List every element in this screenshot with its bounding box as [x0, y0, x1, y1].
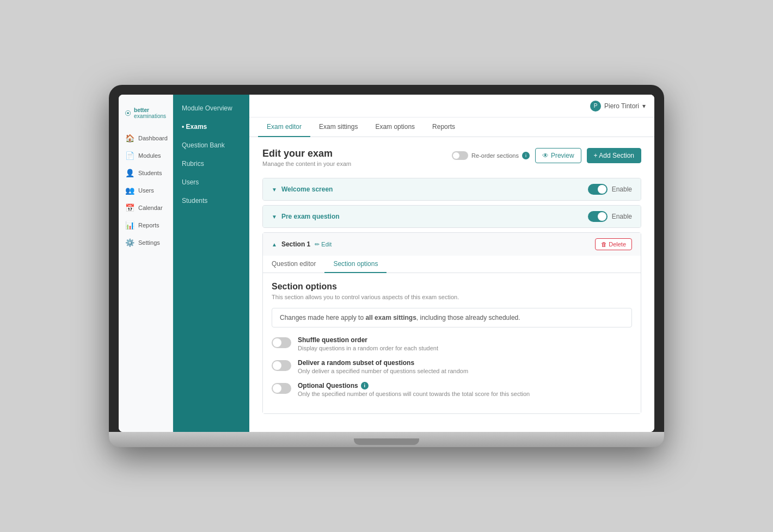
middle-nav-students[interactable]: Students: [173, 191, 249, 210]
users-icon: 👥: [125, 186, 134, 195]
reorder-toggle-label: Re-order sections i: [452, 151, 530, 160]
sidebar-item-students[interactable]: 👤 Students: [119, 164, 173, 182]
section-options-desc: This section allows you to control vario…: [272, 294, 632, 300]
reorder-info-icon: i: [522, 152, 530, 159]
preview-icon: 👁: [542, 152, 549, 159]
app-container: better examinations 🏠 Dashboard 📄 Module…: [119, 95, 654, 432]
reorder-label-text: Re-order sections: [471, 152, 519, 159]
banner-bold-text: all exam sittings: [365, 314, 416, 321]
middle-nav-rubrics[interactable]: Rubrics: [173, 154, 249, 173]
page-header: Edit your exam Manage the content in you…: [262, 148, 641, 167]
shuffle-option-desc: Display questions in a random order for …: [298, 345, 438, 351]
middle-nav-exams[interactable]: Exams: [173, 117, 249, 136]
middle-nav-users[interactable]: Users: [173, 173, 249, 191]
reorder-toggle[interactable]: [452, 151, 468, 160]
random-subset-option: Deliver a random subset of questions Onl…: [272, 359, 632, 374]
welcome-screen-toggle[interactable]: [588, 184, 608, 195]
users-label: Users: [138, 187, 154, 194]
banner-text-after: , including those already scheduled.: [416, 314, 520, 321]
pre-exam-toggle[interactable]: [588, 211, 608, 222]
shuffle-option: Shuffle question order Display questions…: [272, 336, 632, 351]
welcome-enable-label: Enable: [612, 185, 632, 193]
dashboard-label: Dashboard: [138, 135, 168, 141]
section1-name: Section 1: [281, 240, 310, 248]
sidebar-item-modules[interactable]: 📄 Modules: [119, 147, 173, 164]
welcome-screen-title: Welcome screen: [281, 185, 333, 193]
brand-examinations: examinations: [134, 113, 166, 119]
section1-edit-link[interactable]: ✏ Edit: [315, 241, 332, 248]
optional-questions-option: Optional Questions i Only the specified …: [272, 382, 632, 397]
modules-label: Modules: [138, 152, 161, 159]
section1-delete-button[interactable]: 🗑 Delete: [595, 238, 632, 250]
calendar-label: Calendar: [138, 205, 163, 211]
banner-text-before: Changes made here apply to: [280, 314, 365, 321]
add-section-label: + Add Section: [594, 152, 634, 159]
user-dropdown-icon: ▾: [642, 102, 646, 110]
laptop-base: [109, 432, 664, 447]
optional-questions-option-title: Optional Questions i: [298, 382, 530, 389]
dashboard-icon: 🏠: [125, 134, 134, 143]
screen: better examinations 🏠 Dashboard 📄 Module…: [119, 95, 654, 432]
page-title: Edit your exam: [262, 148, 351, 159]
tab-question-editor[interactable]: Question editor: [263, 256, 324, 273]
optional-questions-toggle[interactable]: [272, 383, 291, 394]
welcome-screen-header[interactable]: ▼ Welcome screen Enable: [263, 178, 641, 200]
sidebar-item-settings[interactable]: ⚙️ Settings: [119, 234, 173, 251]
pre-exam-chevron-icon: ▼: [272, 214, 277, 220]
brand-logo: better examinations: [119, 101, 173, 129]
sidebar-left: better examinations 🏠 Dashboard 📄 Module…: [119, 95, 173, 432]
tab-reports[interactable]: Reports: [424, 117, 464, 137]
add-section-button[interactable]: + Add Section: [587, 148, 641, 163]
settings-label: Settings: [138, 239, 160, 246]
middle-nav-module-overview[interactable]: Module Overview: [173, 99, 249, 117]
optional-questions-info-icon: i: [361, 382, 369, 389]
section1-accordion: ▲ Section 1 ✏ Edit 🗑 Delete Question edi…: [262, 232, 641, 414]
sidebar-item-dashboard[interactable]: 🏠 Dashboard: [119, 129, 173, 147]
welcome-chevron-icon: ▼: [272, 187, 277, 193]
shuffle-toggle[interactable]: [272, 337, 291, 348]
brand-better: better: [134, 107, 166, 113]
middle-nav-question-bank[interactable]: Question Bank: [173, 136, 249, 154]
sidebar-item-users[interactable]: 👥 Users: [119, 182, 173, 199]
sidebar-item-calendar[interactable]: 📅 Calendar: [119, 199, 173, 216]
welcome-screen-accordion: ▼ Welcome screen Enable: [262, 178, 641, 201]
user-menu[interactable]: P Piero Tintori ▾: [590, 101, 646, 112]
brand-icon: [125, 106, 131, 121]
students-label: Students: [138, 170, 162, 176]
pre-exam-title: Pre exam question: [281, 213, 340, 220]
content-area: Edit your exam Manage the content in you…: [249, 137, 654, 432]
top-bar: P Piero Tintori ▾: [249, 95, 654, 117]
reports-icon: 📊: [125, 221, 134, 230]
random-subset-toggle[interactable]: [272, 360, 291, 371]
laptop-frame: better examinations 🏠 Dashboard 📄 Module…: [109, 85, 664, 447]
reports-label: Reports: [138, 222, 159, 228]
pre-exam-header[interactable]: ▼ Pre exam question Enable: [263, 206, 641, 227]
tab-exam-options[interactable]: Exam options: [366, 117, 424, 137]
section1-chevron-icon[interactable]: ▲: [272, 242, 277, 248]
laptop-notch: [354, 438, 419, 445]
tab-exam-editor[interactable]: Exam editor: [258, 117, 310, 137]
optional-questions-option-desc: Only the specified number of questions w…: [298, 391, 530, 397]
random-subset-option-title: Deliver a random subset of questions: [298, 359, 468, 367]
preview-label: Preview: [551, 152, 574, 159]
user-avatar: P: [590, 101, 601, 112]
settings-icon: ⚙️: [125, 238, 134, 247]
tab-section-options[interactable]: Section options: [324, 256, 387, 273]
sidebar-middle: Module Overview Exams Question Bank Rubr…: [173, 95, 249, 432]
pre-exam-accordion: ▼ Pre exam question Enable: [262, 205, 641, 228]
svg-point-1: [127, 113, 129, 114]
random-subset-option-desc: Only deliver a specified number of quest…: [298, 368, 468, 374]
pre-exam-enable-label: Enable: [612, 213, 632, 220]
preview-button[interactable]: 👁 Preview: [535, 148, 581, 163]
section-options-panel: Section options This section allows you …: [263, 273, 641, 413]
main-content: P Piero Tintori ▾ Exam editor Exam sitti…: [249, 95, 654, 432]
calendar-icon: 📅: [125, 203, 134, 212]
info-banner: Changes made here apply to all exam sitt…: [272, 308, 632, 327]
user-name: Piero Tintori: [604, 102, 639, 110]
page-subtitle: Manage the content in your exam: [262, 160, 351, 167]
section-options-title: Section options: [272, 282, 632, 292]
section1-header: ▲ Section 1 ✏ Edit 🗑 Delete: [263, 233, 641, 256]
sidebar-item-reports[interactable]: 📊 Reports: [119, 216, 173, 234]
tab-exam-sittings[interactable]: Exam sittings: [310, 117, 366, 137]
section1-inner-tabs: Question editor Section options: [263, 256, 641, 273]
